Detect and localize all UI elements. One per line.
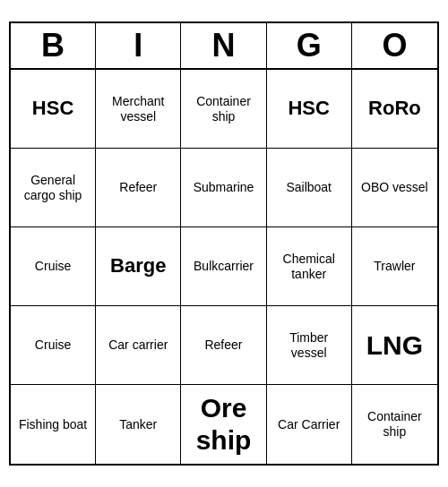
cell-text-12: Bulkcarrier [194,259,254,274]
bingo-card: BINGO HSCMerchant vesselContainer shipHS… [9,21,439,466]
cell-text-21: Tanker [119,417,157,432]
bingo-cell-20: Fishing boat [11,385,96,464]
header-letter-B: B [11,23,96,68]
bingo-cell-17: Refeer [181,306,266,385]
bingo-cell-0: HSC [11,70,96,149]
cell-text-16: Car carrier [108,337,168,353]
bingo-cell-22: Ore ship [181,385,266,464]
bingo-cell-8: Sailboat [267,149,352,227]
bingo-cell-2: Container ship [181,70,266,149]
cell-text-18: Timber vessel [271,330,348,361]
bingo-cell-21: Tanker [96,385,181,464]
cell-text-3: HSC [288,97,329,120]
cell-text-8: Sailboat [286,180,332,195]
cell-text-13: Chemical tanker [271,252,348,282]
header-letter-I: I [96,23,181,68]
bingo-cell-11: Barge [96,227,181,306]
bingo-cell-14: Trawler [352,227,437,306]
bingo-cell-18: Timber vessel [267,306,352,385]
cell-text-15: Cruise [35,337,71,353]
cell-text-22: Ore ship [185,392,262,457]
cell-text-5: General cargo ship [14,173,91,203]
cell-text-23: Car Carrier [278,417,340,432]
bingo-cell-16: Car carrier [96,306,181,385]
cell-text-19: LNG [366,329,423,362]
bingo-grid: HSCMerchant vesselContainer shipHSCRoRoG… [11,70,437,464]
bingo-cell-10: Cruise [11,227,96,306]
cell-text-11: Barge [110,254,166,278]
bingo-cell-9: OBO vessel [352,149,437,227]
bingo-cell-5: General cargo ship [11,149,96,227]
cell-text-24: Container ship [356,409,434,440]
bingo-cell-24: Container ship [352,385,437,464]
cell-text-0: HSC [32,97,73,120]
bingo-cell-1: Merchant vessel [96,70,181,149]
bingo-cell-7: Submarine [181,149,266,227]
cell-text-2: Container ship [185,94,262,124]
cell-text-10: Cruise [35,259,71,274]
bingo-cell-6: Refeer [96,149,181,227]
bingo-cell-13: Chemical tanker [267,227,352,306]
bingo-cell-12: Bulkcarrier [181,227,266,306]
bingo-cell-23: Car Carrier [267,385,352,464]
cell-text-14: Trawler [374,259,415,274]
bingo-cell-3: HSC [267,70,352,149]
cell-text-6: Refeer [119,180,157,195]
header-letter-G: G [267,23,352,68]
cell-text-17: Refeer [204,337,242,353]
bingo-cell-15: Cruise [11,306,96,385]
cell-text-7: Submarine [194,180,254,195]
header-letter-N: N [181,23,266,68]
cell-text-1: Merchant vessel [99,94,177,124]
bingo-cell-19: LNG [352,306,437,385]
cell-text-20: Fishing boat [19,417,87,432]
bingo-cell-4: RoRo [352,70,437,149]
bingo-header: BINGO [11,23,437,70]
header-letter-O: O [352,23,437,68]
cell-text-9: OBO vessel [361,180,428,195]
cell-text-4: RoRo [368,97,421,120]
